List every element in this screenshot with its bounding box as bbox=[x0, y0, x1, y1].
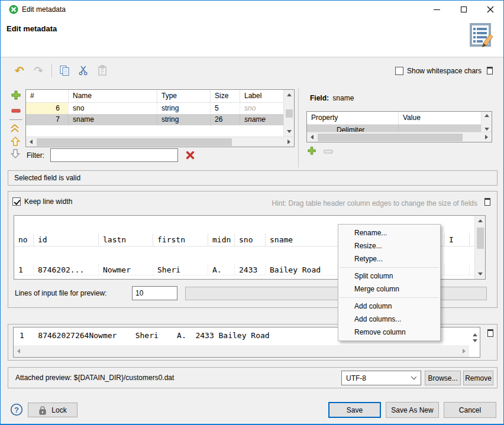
fields-table-hscroll[interactable] bbox=[26, 137, 294, 147]
cut-icon bbox=[78, 65, 89, 76]
move-field-up-button[interactable] bbox=[10, 136, 21, 147]
menu-item-merge-column[interactable]: Merge column bbox=[338, 283, 440, 296]
pcol-id[interactable]: id bbox=[34, 233, 99, 246]
lock-icon bbox=[38, 405, 47, 415]
show-whitespace-checkbox[interactable] bbox=[395, 67, 403, 75]
pcol-sno[interactable]: sno bbox=[235, 233, 266, 246]
show-whitespace-label: Show whitespace chars bbox=[407, 67, 482, 75]
close-button[interactable] bbox=[477, 1, 503, 18]
cancel-label: Cancel bbox=[459, 406, 481, 414]
pcol-firstn[interactable]: firstn bbox=[153, 233, 208, 246]
menu-item-remove-column[interactable]: Remove column bbox=[338, 326, 440, 339]
cancel-button[interactable]: Cancel bbox=[444, 402, 496, 418]
move-field-top-button[interactable] bbox=[9, 123, 20, 134]
toolbar-separator bbox=[51, 64, 52, 77]
cut-button[interactable] bbox=[76, 63, 91, 77]
browse-button[interactable]: Browse... bbox=[425, 371, 461, 385]
field-detail-title: Field: sname bbox=[310, 94, 354, 102]
menu-item-resize[interactable]: Resize... bbox=[338, 239, 440, 252]
chevron-down-icon bbox=[411, 374, 416, 379]
field-size: 5 bbox=[211, 103, 240, 114]
field-detail-name: sname bbox=[332, 94, 354, 102]
show-whitespace-option[interactable]: Show whitespace chars bbox=[395, 67, 482, 75]
maximize-button[interactable] bbox=[450, 1, 477, 18]
add-property-button[interactable] bbox=[307, 146, 316, 155]
menu-item-retype[interactable]: Retype... bbox=[338, 252, 440, 265]
col-header-label[interactable]: Label bbox=[240, 90, 285, 102]
move-field-down-button[interactable] bbox=[10, 148, 21, 159]
menu-item-add-column[interactable]: Add column bbox=[338, 300, 440, 313]
save-as-new-button[interactable]: Save As New bbox=[386, 402, 439, 418]
menu-item-rename[interactable]: Rename... bbox=[338, 226, 440, 239]
field-row-sno[interactable]: 6 sno string 5 sno bbox=[26, 103, 294, 114]
raw-preview-vscroll[interactable] bbox=[473, 333, 477, 342]
help-icon: ? bbox=[10, 403, 23, 416]
raw-preview-detach-icon[interactable] bbox=[487, 329, 493, 337]
app-logo-icon bbox=[9, 5, 18, 14]
col-header-property[interactable]: Property bbox=[307, 112, 399, 124]
lines-preview-input[interactable] bbox=[132, 286, 177, 300]
copy-button[interactable] bbox=[57, 63, 72, 77]
field-label: sno bbox=[240, 103, 285, 114]
remove-field-button[interactable] bbox=[11, 105, 21, 116]
field-name: sno bbox=[69, 103, 157, 114]
cell: A. bbox=[208, 264, 235, 275]
fields-table-vscroll[interactable] bbox=[283, 90, 294, 137]
field-properties-vscroll[interactable] bbox=[481, 112, 492, 132]
add-field-button[interactable] bbox=[11, 90, 21, 100]
double-chevron-up-icon bbox=[9, 123, 20, 134]
field-properties-hscroll[interactable] bbox=[307, 132, 492, 142]
keep-line-width-label: Keep line width bbox=[24, 197, 72, 206]
field-size: 26 bbox=[211, 114, 240, 125]
menu-separator bbox=[340, 297, 439, 298]
preview-detach-icon[interactable] bbox=[484, 198, 490, 206]
pcol-i[interactable]: I bbox=[445, 233, 470, 246]
pcol-no[interactable]: no bbox=[14, 233, 34, 246]
filter-input[interactable] bbox=[50, 148, 178, 162]
col-header-type[interactable]: Type bbox=[157, 90, 211, 102]
browse-label: Browse... bbox=[428, 374, 457, 382]
status-message: Selected field is valid bbox=[14, 174, 80, 182]
remove-property-button-disabled[interactable] bbox=[324, 149, 333, 154]
pcol-lastn[interactable]: lastn bbox=[99, 233, 153, 246]
lock-label: Lock bbox=[51, 406, 66, 414]
menu-item-split-column[interactable]: Split column bbox=[338, 270, 440, 283]
clear-filter-button[interactable] bbox=[185, 150, 195, 160]
save-label: Save bbox=[347, 406, 363, 414]
save-button[interactable]: Save bbox=[328, 402, 381, 418]
panel-sash[interactable] bbox=[298, 88, 299, 167]
col-header-name[interactable]: Name bbox=[69, 90, 157, 102]
redo-button[interactable]: ↷ bbox=[31, 63, 46, 77]
col-header-num[interactable]: # bbox=[26, 90, 69, 102]
data-preview-vscroll[interactable] bbox=[474, 216, 485, 279]
svg-text:?: ? bbox=[14, 405, 19, 414]
raw-preview-hscroll[interactable] bbox=[14, 345, 469, 357]
col-header-size[interactable]: Size bbox=[211, 90, 240, 102]
filter-label: Filter: bbox=[27, 151, 44, 160]
maximize-icon bbox=[461, 7, 467, 12]
field-type: string bbox=[157, 103, 211, 114]
col-header-value[interactable]: Value bbox=[399, 112, 481, 124]
minus-disabled-icon bbox=[324, 149, 333, 154]
fields-table-header: # Name Type Size Label bbox=[26, 90, 294, 103]
keep-line-width-option[interactable]: Keep line width bbox=[12, 197, 72, 206]
remove-attached-button[interactable]: Remove bbox=[463, 371, 493, 385]
encoding-combobox[interactable]: UTF-8 bbox=[341, 371, 421, 385]
arrow-down-icon bbox=[10, 148, 21, 159]
undo-button[interactable]: ↶ bbox=[12, 63, 27, 77]
encoding-value: UTF-8 bbox=[346, 374, 366, 382]
column-context-menu: Rename... Resize... Retype... Split colu… bbox=[338, 224, 441, 341]
cell: 8746202... bbox=[34, 264, 99, 275]
paste-button[interactable] bbox=[95, 63, 109, 77]
toolbar-detach-icon[interactable] bbox=[487, 67, 493, 74]
pcol-midn[interactable]: midn bbox=[208, 233, 235, 246]
remove-label: Remove bbox=[465, 374, 492, 382]
keep-line-width-checkbox[interactable] bbox=[12, 197, 21, 206]
menu-item-add-columns[interactable]: Add columns... bbox=[338, 313, 440, 326]
help-button[interactable]: ? bbox=[10, 403, 23, 416]
title-bar: Edit metadata bbox=[1, 1, 503, 18]
lock-button[interactable]: Lock bbox=[28, 403, 77, 417]
field-row-sname-selected[interactable]: 7 sname string 26 sname bbox=[26, 114, 294, 125]
dialog-header: Edit metadata bbox=[1, 18, 503, 57]
minimize-button[interactable] bbox=[424, 1, 450, 18]
